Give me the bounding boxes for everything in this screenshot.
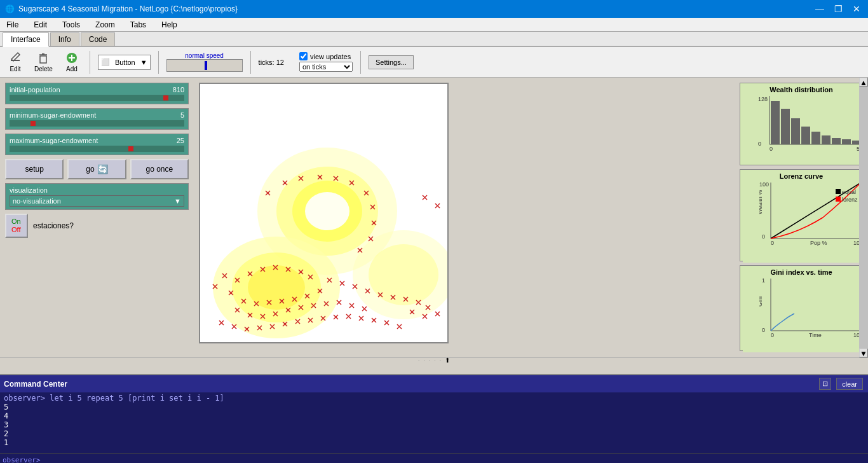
speed-control: normal speed xyxy=(166,52,243,72)
slider-thumb-1[interactable] xyxy=(163,95,168,100)
widget-type-dropdown[interactable]: ⬜ Button ▼ xyxy=(98,55,151,70)
visualization-dropdown: visualization no-visualization ▼ xyxy=(5,183,189,210)
clear-button[interactable]: clear xyxy=(836,378,863,390)
toolbar-sep4 xyxy=(360,51,361,74)
view-updates-label: view updates xyxy=(310,53,351,60)
toggle-off-label: Off xyxy=(11,226,20,234)
scroll-track[interactable] xyxy=(859,86,868,349)
setup-button[interactable]: setup xyxy=(5,159,64,179)
dropdown-selected: no-visualization xyxy=(13,197,61,205)
slider-value-3: 25 xyxy=(177,137,184,144)
close-button[interactable]: ✕ xyxy=(850,4,863,14)
dropdown-icon: ⬜ xyxy=(98,57,112,67)
svg-text:equal: equal xyxy=(842,189,856,195)
on-ticks-dropdown[interactable]: on ticks continuously xyxy=(299,62,353,72)
simulation-svg xyxy=(200,84,449,343)
popout-button[interactable]: ⊡ xyxy=(819,378,831,390)
speed-slider[interactable] xyxy=(166,59,243,72)
tab-code[interactable]: Code xyxy=(81,32,116,46)
resize-handle[interactable]: · · · · · ⬆ xyxy=(0,357,868,363)
ticks-display: ticks: 12 xyxy=(259,59,284,66)
go-once-button[interactable]: go once xyxy=(130,159,189,179)
titlebar: 🌐 Sugarscape 4 Seasonal Migration - NetL… xyxy=(0,0,868,18)
resize-arrows: ⬆ xyxy=(445,357,450,364)
toggle-widget: On Off estaciones? xyxy=(5,214,189,238)
slider-thumb-3[interactable] xyxy=(128,146,133,151)
output-line-5: 2 xyxy=(4,429,864,438)
menu-file[interactable]: File xyxy=(3,19,22,31)
slider-thumb-2[interactable] xyxy=(31,121,36,126)
add-button[interactable]: Add xyxy=(62,50,82,74)
command-center-title: Command Center ⊡ clear xyxy=(0,375,868,392)
slider-name-3: maximum-sugar-endowment xyxy=(10,137,98,144)
svg-text:lorenz: lorenz xyxy=(842,197,858,203)
resize-dots: · · · · · xyxy=(418,357,442,363)
gini-chart-svg: 1 0 0 Time 100 Gini xyxy=(759,279,866,342)
svg-rect-164 xyxy=(791,118,800,144)
svg-rect-2 xyxy=(40,56,46,63)
lorenz-chart-svg: 100 0 0 Pop % 100 equal lorenz xyxy=(759,183,866,251)
menu-zoom[interactable]: Zoom xyxy=(92,19,119,31)
dropdown-arrow-icon: ▼ xyxy=(174,197,181,205)
slider-track-2[interactable] xyxy=(10,120,184,127)
output-line-2: 5 xyxy=(4,403,864,411)
delete-label: Delete xyxy=(34,66,53,73)
content-area: initial-population 810 minimum-sugar-end… xyxy=(0,78,868,357)
slider-label-3: maximum-sugar-endowment 25 xyxy=(10,137,184,144)
slider-track-1[interactable] xyxy=(10,95,184,101)
output-line-4: 3 xyxy=(4,420,864,429)
center-canvas xyxy=(194,78,735,357)
svg-rect-181 xyxy=(836,197,841,202)
svg-text:0: 0 xyxy=(762,233,765,240)
svg-rect-165 xyxy=(801,127,810,144)
menu-help[interactable]: Help xyxy=(158,19,181,31)
right-scrollbar: ▲ ▼ xyxy=(859,78,868,357)
simulation-canvas xyxy=(199,83,449,343)
svg-point-12 xyxy=(305,192,349,230)
command-input[interactable] xyxy=(43,454,868,463)
svg-text:0: 0 xyxy=(770,146,773,152)
menu-tools[interactable]: Tools xyxy=(58,19,84,31)
tabbar: Interface Info Code xyxy=(0,32,868,47)
svg-text:Gini: Gini xyxy=(759,296,763,307)
slider-track-3[interactable] xyxy=(10,146,184,152)
speed-thumb xyxy=(205,61,207,70)
toolbar: Edit Delete Add ⬜ Button ▼ normal speed … xyxy=(0,47,868,78)
scroll-down-button[interactable]: ▼ xyxy=(859,349,868,357)
delete-icon xyxy=(37,52,50,64)
delete-button[interactable]: Delete xyxy=(31,50,57,74)
menu-tabs[interactable]: Tabs xyxy=(126,19,150,31)
maximize-button[interactable]: ❐ xyxy=(832,4,845,14)
command-center: Command Center ⊡ clear observer> let i 5… xyxy=(0,374,868,463)
settings-button[interactable]: Settings... xyxy=(369,55,414,69)
tab-info[interactable]: Info xyxy=(50,32,79,46)
go-button[interactable]: go 🔄 xyxy=(67,159,126,179)
right-panel: Wealth distribution 128 0 0 54 xyxy=(735,78,868,357)
svg-text:Pop %: Pop % xyxy=(810,240,827,246)
svg-text:100: 100 xyxy=(759,183,769,188)
dropdown-select[interactable]: no-visualization ▼ xyxy=(10,195,184,207)
toggle-button[interactable]: On Off xyxy=(5,214,28,238)
svg-text:128: 128 xyxy=(758,96,768,102)
menu-edit[interactable]: Edit xyxy=(30,19,51,31)
gini-chart-area: 1 0 0 Time 100 Gini xyxy=(743,277,860,352)
svg-rect-167 xyxy=(822,135,831,144)
menubar: File Edit Tools Zoom Tabs Help xyxy=(0,18,868,32)
lorenz-chart-title: Lorenz curve xyxy=(743,172,860,180)
dropdown-text: Button xyxy=(112,57,138,67)
svg-text:1: 1 xyxy=(762,279,765,284)
command-input-row: observer> xyxy=(0,453,868,463)
toolbar-sep1 xyxy=(90,51,90,74)
go-loop-icon: 🔄 xyxy=(97,164,108,174)
edit-button[interactable]: Edit xyxy=(5,50,25,74)
edit-label: Edit xyxy=(10,66,20,73)
minimize-button[interactable]: — xyxy=(813,4,827,14)
view-updates-checkbox[interactable] xyxy=(299,52,308,60)
wealth-chart-svg: 128 0 0 54 xyxy=(758,96,867,156)
edit-icon xyxy=(9,52,22,64)
scroll-up-button[interactable]: ▲ xyxy=(859,78,868,86)
tab-interface[interactable]: Interface xyxy=(3,32,49,47)
svg-rect-168 xyxy=(832,138,841,144)
maximum-sugar-endowment-slider: maximum-sugar-endowment 25 xyxy=(5,134,189,155)
on-ticks-select[interactable]: on ticks continuously xyxy=(299,62,353,72)
